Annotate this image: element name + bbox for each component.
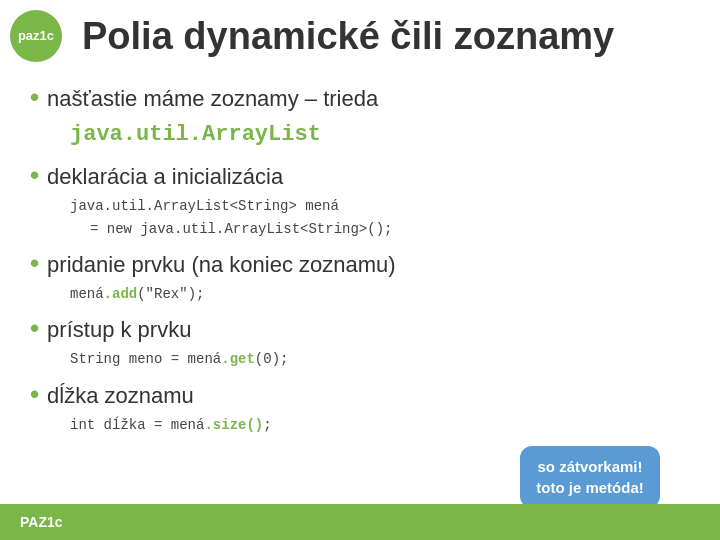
tooltip-bubble: so zátvorkami! toto je metóda! [520,446,660,508]
bullet-main-3: • pridanie prvku (na koniec zoznamu) [30,248,690,279]
code-indent-2: = new java.util.ArrayList<String>(); [90,221,392,237]
tooltip-line1: so zátvorkami! [537,458,642,475]
bullet-main-4: • prístup k prvku [30,313,690,344]
highlight-3: .add [104,286,138,302]
bullet-main-2: • deklarácia a inicializácia [30,160,690,191]
bullet-dot-3: • [30,248,39,279]
list-item: • dĺžka zoznamu int dĺžka = mená.size(); [30,379,690,436]
bullet-dot-4: • [30,313,39,344]
bullet-main-1: • našťastie máme zoznamy – trieda [30,82,690,113]
tooltip-line2: toto je metóda! [536,479,644,496]
logo-badge: paz1c [10,10,62,62]
code-block-3: mená.add("Rex"); [70,283,690,305]
code-block-1: java.util.ArrayList [70,117,690,152]
logo-text: paz1c [18,28,54,44]
bullet-dot-5: • [30,379,39,410]
content-area: • našťastie máme zoznamy – trieda java.u… [0,72,720,454]
bullet-text-1: našťastie máme zoznamy – trieda [47,86,378,112]
highlight-5: .size() [204,417,263,433]
code-block-4: String meno = mená.get(0); [70,348,690,370]
bullet-text-5: dĺžka zoznamu [47,383,194,409]
footer-bar: PAZ1c [0,504,720,540]
page-title: Polia dynamické čili zoznamy [82,15,614,58]
inline-code-1: java.util.ArrayList [70,122,321,147]
bullet-text-4: prístup k prvku [47,317,191,343]
list-item: • deklarácia a inicializácia java.util.A… [30,160,690,240]
list-item: • pridanie prvku (na koniec zoznamu) men… [30,248,690,305]
header: paz1c Polia dynamické čili zoznamy [0,0,720,72]
bullet-dot-2: • [30,160,39,191]
footer-label: PAZ1c [20,514,63,530]
bullet-text-3: pridanie prvku (na koniec zoznamu) [47,252,396,278]
code-block-2: java.util.ArrayList<String> mená = new j… [70,195,690,240]
bullet-main-5: • dĺžka zoznamu [30,379,690,410]
highlight-4: .get [221,351,255,367]
bullet-dot-1: • [30,82,39,113]
list-item: • našťastie máme zoznamy – trieda java.u… [30,82,690,152]
list-item: • prístup k prvku String meno = mená.get… [30,313,690,370]
code-block-5: int dĺžka = mená.size(); [70,414,690,436]
bullet-text-2: deklarácia a inicializácia [47,164,283,190]
